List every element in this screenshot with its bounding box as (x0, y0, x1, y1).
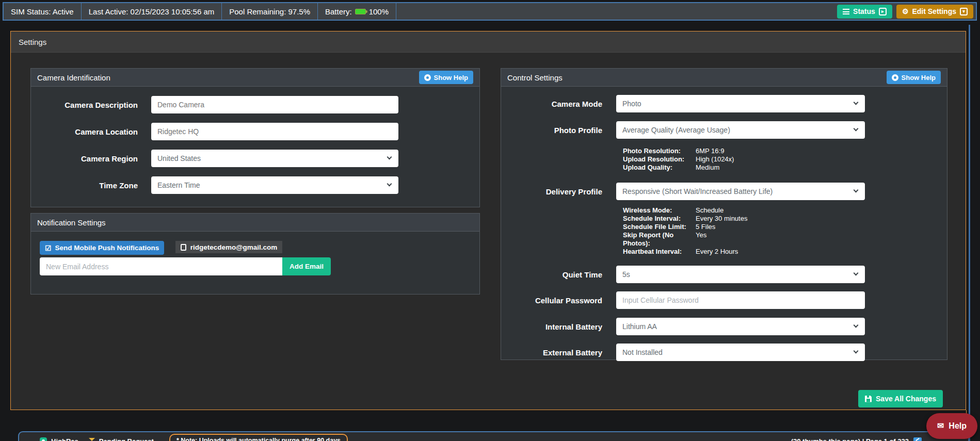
notification-settings-card: Notification Settings ☑ Send Mobile Push… (30, 213, 480, 295)
save-all-changes-label: Save All Changes (876, 395, 936, 403)
footer-bar: HighRes Pending Request * Note: Uploads … (18, 431, 969, 441)
photo-profile-select[interactable]: Average Quality (Average Usage) (616, 121, 865, 139)
edit-settings-button-label: Edit Settings (912, 7, 956, 15)
notification-email-address: ridgetecdemo@gmail.com (190, 243, 277, 251)
external-battery-label: External Battery (501, 348, 616, 357)
pending-request-label: Pending Request (99, 437, 154, 441)
pool-remaining: Pool Remaining: 97.5% (222, 3, 318, 20)
time-zone-label: Time Zone (31, 181, 151, 190)
internal-battery-label: Internal Battery (501, 322, 616, 331)
camera-identification-title: Camera Identification (37, 73, 110, 82)
upload-quality-label: Upload Quality: (623, 164, 696, 172)
battery-icon (355, 9, 366, 14)
top-status-bar: SIM Status: Active Last Active: 02/15/20… (3, 2, 977, 21)
settings-panel-title: Settings (11, 31, 966, 53)
send-push-notifications-toggle[interactable]: ☑ Send Mobile Push Notifications (40, 241, 164, 255)
schedule-interval-label: Schedule Interval: (623, 215, 696, 223)
help-button-label: Help (949, 421, 967, 431)
camera-identification-card: Camera Identification Show Help Camera D… (30, 68, 480, 207)
gear-icon: ⚙ (902, 8, 909, 15)
save-all-changes-button[interactable]: Save All Changes (858, 390, 943, 407)
skip-report-label: Skip Report (No Photos): (623, 231, 696, 248)
upload-quality-value: Medium (696, 164, 719, 172)
eye-icon (892, 74, 898, 81)
quiet-time-label: Quiet Time (501, 270, 616, 279)
page-info: (20 thumbs this page) | Page 1 of 223 (791, 437, 909, 441)
control-settings-show-help-button[interactable]: Show Help (887, 71, 941, 84)
edit-settings-button[interactable]: ⚙ Edit Settings ▾ (896, 5, 973, 19)
caret-right-square-icon: ▸ (879, 8, 887, 15)
schedule-file-limit-label: Schedule File Limit: (623, 223, 696, 231)
add-email-button[interactable]: Add Email (282, 257, 331, 275)
help-button[interactable]: ✉ Help (926, 413, 977, 439)
show-help-label: Show Help (434, 74, 468, 81)
highres-label: HighRes (51, 437, 78, 441)
schedule-file-limit-value: 5 Files (696, 223, 715, 231)
quiet-time-select[interactable]: 5s (616, 266, 865, 283)
status-button[interactable]: Status ▸ (837, 5, 892, 19)
notification-settings-title: Notification Settings (37, 218, 106, 227)
envelope-icon: ✉ (937, 422, 944, 430)
purge-note-badge: * Note: Uploads will automatically purge… (169, 434, 348, 441)
save-icon (865, 396, 872, 402)
photo-resolution-label: Photo Resolution: (623, 147, 696, 155)
external-battery-select[interactable]: Not Installed (616, 344, 865, 361)
delivery-profile-label: Delivery Profile (501, 187, 616, 196)
schedule-interval-value: Every 30 minutes (696, 215, 747, 223)
cellular-password-label: Cellular Password (501, 296, 616, 305)
unchecked-checkbox-icon (181, 244, 186, 251)
notification-email-item[interactable]: ridgetecdemo@gmail.com (175, 241, 282, 253)
camera-description-input[interactable] (151, 96, 398, 113)
camera-region-label: Camera Region (31, 154, 151, 163)
photo-resolution-value: 6MP 16:9 (696, 147, 724, 155)
control-settings-title: Control Settings (507, 73, 563, 82)
upload-resolution-value: High (1024x) (696, 155, 734, 164)
battery-label: Battery: (325, 7, 352, 16)
delivery-profile-select[interactable]: Responsive (Short Wait/Increased Battery… (616, 183, 865, 200)
checked-checkbox-icon: ☑ (45, 244, 52, 252)
upload-resolution-label: Upload Resolution: (623, 155, 696, 164)
new-email-input[interactable] (40, 257, 282, 275)
photo-profile-info: Photo Resolution: 6MP 16:9 Upload Resolu… (623, 147, 947, 172)
skip-report-value: Yes (696, 231, 706, 248)
heartbeat-interval-label: Heartbeat Interval: (623, 248, 696, 256)
cellular-password-input[interactable] (616, 291, 865, 309)
list-icon (843, 9, 849, 14)
wireless-mode-value: Schedule (696, 206, 724, 215)
page-edit-icon[interactable] (913, 437, 922, 441)
camera-mode-select[interactable]: Photo (616, 95, 865, 112)
caret-down-square-icon: ▾ (960, 8, 968, 15)
eye-icon (424, 74, 431, 81)
sim-status: SIM Status: Active (4, 3, 82, 20)
camera-description-label: Camera Description (31, 101, 151, 109)
time-zone-select[interactable]: Eastern Time (151, 176, 398, 194)
camera-identification-show-help-button[interactable]: Show Help (419, 71, 473, 84)
delivery-profile-info: Wireless Mode: Schedule Schedule Interva… (623, 206, 947, 256)
settings-panel: Settings Camera Identification Show Help… (10, 31, 966, 410)
camera-mode-label: Camera Mode (501, 100, 616, 108)
heartbeat-interval-value: Every 2 Hours (696, 248, 738, 256)
status-button-label: Status (853, 7, 875, 15)
show-help-label: Show Help (902, 74, 936, 81)
hourglass-icon (89, 438, 95, 441)
camera-location-label: Camera Location (31, 127, 151, 136)
content-right-border (969, 25, 970, 441)
camera-location-input[interactable] (151, 123, 398, 140)
send-push-notifications-label: Send Mobile Push Notifications (55, 244, 159, 252)
highres-icon (40, 437, 47, 441)
camera-region-select[interactable]: United States (151, 150, 398, 167)
battery-value: 100% (369, 7, 389, 16)
topbar-buttons: Status ▸ ⚙ Edit Settings ▾ (837, 3, 976, 20)
wireless-mode-label: Wireless Mode: (623, 206, 696, 215)
battery-status: Battery: 100% (318, 3, 396, 20)
control-settings-card: Control Settings Show Help Camera Mode P… (501, 68, 947, 360)
last-active: Last Active: 02/15/2023 10:05:56 am (82, 3, 222, 20)
photo-profile-label: Photo Profile (501, 126, 616, 135)
internal-battery-select[interactable]: Lithium AA (616, 318, 865, 335)
